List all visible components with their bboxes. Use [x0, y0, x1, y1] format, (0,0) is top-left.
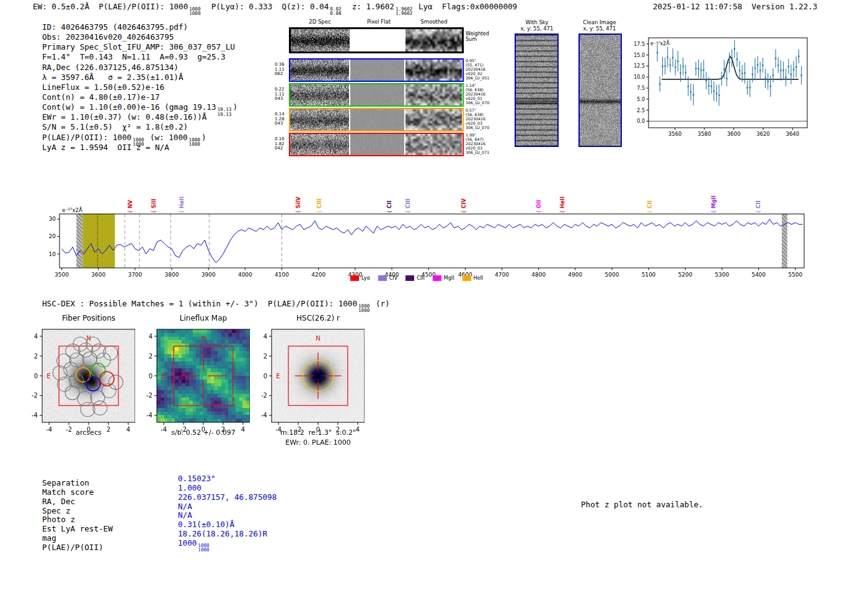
text-segment: Cont(w) = 1.10(±0.00)e-16 (gmag 19.13 [42, 102, 216, 112]
emission-line-brace: { [756, 210, 761, 213]
text-segment: z: 1.9602 [343, 2, 394, 11]
text-segment: LineFlux = 1.50(±0.52)e-16 [42, 82, 164, 92]
match-value: N/A [178, 502, 277, 512]
spec2d-row [289, 108, 464, 131]
clean-cutout [580, 35, 621, 146]
info-line: EWr = 1.10(±0.37) (w: 0.48(±0.16))Å [42, 112, 237, 122]
svg-text:10.0: 10.0 [634, 74, 645, 80]
svg-text:5400: 5400 [751, 272, 766, 278]
text-segment: 18.26(18.26,18.26)R [178, 529, 267, 538]
emission-line-label: CIII [405, 198, 411, 208]
svg-text:5500: 5500 [788, 272, 802, 278]
text-segment: EWr = 1.10(±0.37) (w: 0.48(±0.16))Å [42, 112, 206, 122]
svg-text:4: 4 [34, 333, 38, 340]
emission-line-brace: { [387, 210, 392, 213]
legend-label: CIV [389, 275, 397, 281]
masked-band [782, 214, 787, 268]
match-value: 0.31(±0.10)Å [178, 520, 277, 530]
svg-text:30: 30 [49, 216, 56, 222]
stacked-fraction: 1.96021.9602 [396, 7, 412, 16]
spec2d-row [289, 27, 464, 53]
text-segment: 0.15023" [178, 474, 216, 483]
fiber-circle [108, 375, 123, 389]
east-label: E [46, 373, 50, 380]
text-segment: 1000 [178, 538, 197, 548]
match-label: Photo z [42, 515, 113, 525]
spec2d-row-right-label: 1.14" (56, 638) 20230416 v020_01 306_LU_… [466, 84, 494, 105]
svg-text:4700: 4700 [495, 272, 509, 278]
match-label: Spec z [42, 507, 113, 516]
spec2d-row [289, 133, 464, 156]
text-segment: P(LAE)/P(OII): 1000 [42, 133, 131, 142]
legend-swatch [463, 275, 471, 281]
text-segment: 1.000 [178, 483, 202, 492]
info-line: P(LAE)/P(OII): 100010001000 (w: 10001000… [42, 133, 237, 143]
text-segment: ) [232, 102, 237, 112]
info-line: S/N = 5.1(±0.5) χ² = 1.8(±0.2) [42, 122, 237, 132]
with-sky-subtitle: x, y: 55, 471 [503, 25, 571, 32]
text-segment: 0.31(±0.10)Å [178, 520, 234, 529]
emission-line-brace: { [536, 210, 542, 213]
match-label: RA, Dec [42, 497, 113, 507]
emission-line-label: HeII [559, 197, 565, 208]
emission-line-brace: { [560, 210, 565, 213]
clean-image-subtitle: x, y: 55, 471 [565, 25, 634, 32]
info-line: λ = 3597.6Å σ = 2.35(±1.01)Å [42, 73, 237, 82]
emission-line-label: MgII [711, 195, 717, 208]
svg-text:-2: -2 [261, 392, 267, 399]
legend-item: MgII [433, 275, 454, 281]
info-line: Obs: 20230416v020_4026463795 [42, 32, 237, 42]
svg-text:e⁻¹⁷x2Å: e⁻¹⁷x2Å [650, 40, 670, 47]
text-segment: Cont(n) = 4.80(±0.17)e-17 [42, 92, 160, 102]
svg-text:4: 4 [149, 333, 153, 340]
header-timestamp-version: 2025-01-12 11:07:58 Version 1.22.3 [653, 2, 817, 11]
legend-label: CIII [417, 275, 425, 281]
match-value: N/A [178, 511, 277, 520]
svg-text:10: 10 [49, 251, 56, 257]
emission-line-brace: { [151, 210, 157, 213]
with-sky-title: With Sky [503, 19, 571, 25]
east-label: E [161, 373, 165, 380]
spec2d-column-title: 2D Spec [289, 19, 351, 25]
svg-text:4900: 4900 [568, 272, 582, 278]
text-segment: λ = 3597.6Å σ = 2.35(±1.01)Å [42, 73, 183, 82]
stacked-fraction: 10001000 [189, 138, 200, 147]
svg-text:0: 0 [149, 373, 153, 380]
text-segment: 226.037157, 46.875098 [178, 492, 277, 502]
svg-text:2.5: 2.5 [637, 108, 645, 113]
svg-text:17.5: 17.5 [634, 42, 645, 47]
line-fit-inset-chart: 0.02.55.07.510.012.515.017.5356035803600… [632, 27, 843, 144]
svg-text:5200: 5200 [678, 272, 693, 278]
match-label: Match score [42, 488, 113, 497]
legend-label: MgII [444, 275, 454, 281]
spectrum-line [62, 219, 803, 262]
spec2d-row-left-label: 0.36 1.11 062 [275, 63, 288, 77]
svg-text:-4: -4 [32, 412, 38, 419]
text-segment: Primary Spec_Slot_IFU_AMP: 306_037_057_L… [42, 42, 235, 51]
elixer-report-page: { "accent_colors": {"value_blue": "#0000… [0, 0, 868, 591]
spec2d-row [289, 83, 464, 107]
match-label: P(LAE)/P(OII) [42, 543, 113, 553]
selected-fiber-circle [86, 376, 100, 391]
clean-image-title: Clean Image [565, 19, 634, 25]
svg-text:20: 20 [49, 233, 56, 239]
spec2d-column-title: Smoothed [403, 19, 465, 25]
text-segment: S/N = 5.1(±0.5) χ² = 1.8(±0.2) [42, 122, 188, 131]
match-value: 226.037157, 46.875098 [178, 493, 277, 502]
svg-text:12.5: 12.5 [634, 63, 645, 69]
match-label: Separation [42, 479, 113, 488]
svg-text:4000: 4000 [238, 272, 252, 278]
emission-line-label: SiIV [295, 197, 301, 208]
emission-line-label: CII [386, 200, 392, 208]
info-line: Primary Spec_Slot_IFU_AMP: 306_037_057_L… [42, 42, 237, 52]
emission-line-label: CIV [461, 198, 467, 208]
match-value: 18.26(18.26,18.26)R [178, 530, 277, 539]
stacked-fraction: 10001000 [189, 7, 200, 16]
info-line: LyA z = 1.9594 OII z = N/A [42, 143, 237, 153]
svg-text:0.0: 0.0 [637, 118, 645, 124]
svg-text:2: 2 [264, 353, 267, 360]
legend-label: HeII [474, 275, 484, 281]
with-sky-cutout [516, 35, 557, 146]
text-segment: ID: 4026463795 (4026463795.pdf) [42, 22, 188, 32]
emission-line-brace: { [179, 210, 185, 213]
